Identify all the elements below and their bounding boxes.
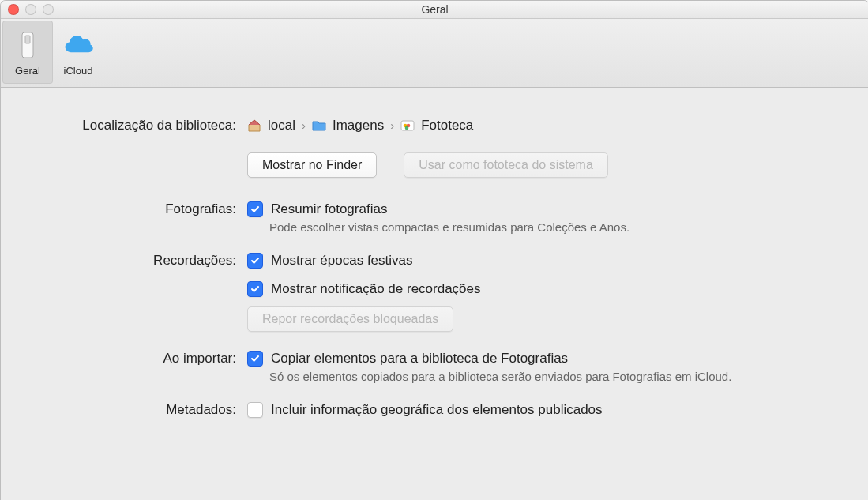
checkbox-icon [247, 402, 263, 418]
copy-checkbox[interactable]: Copiar elementos para a biblioteca de Fo… [247, 349, 842, 368]
holidays-label: Mostrar épocas festivas [271, 251, 413, 270]
zoom-icon[interactable] [43, 4, 54, 15]
cloud-icon [62, 28, 95, 62]
row-memories: Recordações: Mostrar épocas festivas Mos… [28, 251, 842, 332]
window-title: Geral [421, 3, 448, 16]
tab-icloud[interactable]: iCloud [53, 21, 103, 84]
geo-checkbox[interactable]: Incluir informação geográfica dos elemen… [247, 400, 842, 419]
folder-icon [312, 118, 326, 133]
metadata-label: Metadados: [28, 400, 247, 419]
row-metadata: Metadados: Incluir informação geográfica… [28, 400, 842, 419]
row-photos: Fotografias: Resumir fotografias Pode es… [28, 200, 842, 234]
chevron-right-icon: › [390, 116, 394, 135]
toolbar: Geral iCloud [1, 19, 868, 88]
notifications-checkbox[interactable]: Mostrar notificação de recordações [247, 280, 842, 299]
show-in-finder-button[interactable]: Mostrar no Finder [247, 152, 377, 178]
notifications-label: Mostrar notificação de recordações [271, 280, 481, 299]
chevron-right-icon: › [302, 116, 306, 135]
row-importing: Ao importar: Copiar elementos para a bib… [28, 349, 842, 383]
breadcrumb: local › Imagens › Fototeca [247, 116, 842, 135]
crumb-fototeca[interactable]: Fototeca [421, 116, 473, 135]
holidays-checkbox[interactable]: Mostrar épocas festivas [247, 251, 842, 270]
photo-lib-icon [400, 118, 415, 133]
checkbox-icon [247, 201, 263, 217]
close-icon[interactable] [8, 4, 19, 15]
tab-geral-label: Geral [15, 65, 40, 77]
crumb-imagens[interactable]: Imagens [333, 116, 384, 135]
library-label: Localização da biblioteca: [28, 116, 247, 135]
reset-memories-button: Repor recordações bloqueadas [247, 306, 453, 332]
window: Geral Geral iCloud Localização da biblio [0, 0, 868, 500]
memories-label: Recordações: [28, 251, 247, 270]
minimize-icon[interactable] [25, 4, 36, 15]
summarize-sub: Pode escolher vistas compactas e resumid… [269, 220, 842, 234]
svg-rect-1 [25, 36, 30, 43]
photos-label: Fotografias: [28, 200, 247, 219]
checkbox-icon [247, 281, 263, 297]
content: Localização da biblioteca: local › Image… [1, 88, 868, 419]
tab-geral[interactable]: Geral [2, 21, 53, 84]
titlebar: Geral [1, 1, 868, 19]
geo-label: Incluir informação geográfica dos elemen… [271, 400, 603, 419]
tab-icloud-label: iCloud [64, 65, 93, 77]
checkbox-icon [247, 351, 263, 367]
crumb-local[interactable]: local [268, 116, 295, 135]
row-library: Localização da biblioteca: local › Image… [28, 116, 842, 178]
svg-point-5 [405, 126, 409, 130]
checkbox-icon [247, 253, 263, 269]
switch-icon [11, 28, 44, 62]
home-icon [247, 118, 261, 133]
summarize-checkbox[interactable]: Resumir fotografias [247, 200, 842, 219]
traffic-lights [8, 4, 54, 15]
importing-label: Ao importar: [28, 349, 247, 368]
copy-label: Copiar elementos para a biblioteca de Fo… [271, 349, 568, 368]
importing-sub: Só os elementos copiados para a bibliote… [269, 370, 842, 383]
summarize-label: Resumir fotografias [271, 200, 387, 219]
use-as-system-button: Usar como fototeca do sistema [404, 152, 608, 178]
